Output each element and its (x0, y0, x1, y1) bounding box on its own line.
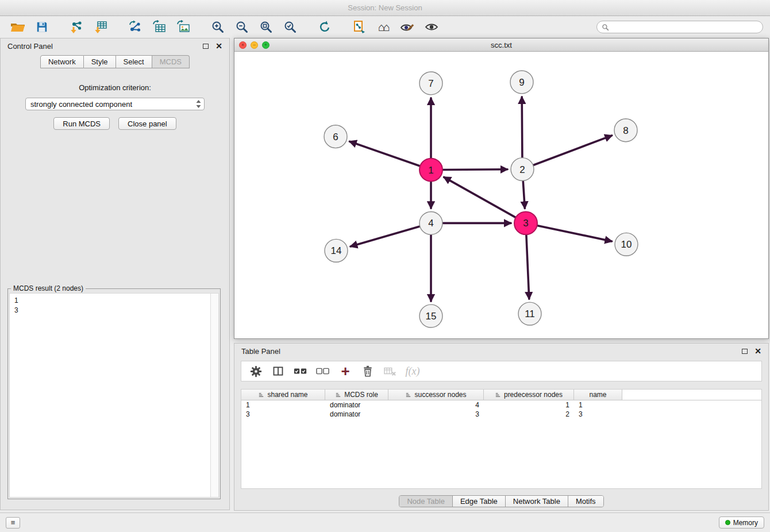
delete-table-button[interactable] (360, 364, 375, 379)
graph-node-9[interactable]: 9 (510, 71, 533, 94)
delete-column-icon (383, 365, 397, 377)
float-panel-icon[interactable] (742, 349, 748, 354)
show-hide-button[interactable] (421, 18, 442, 36)
cell-name[interactable]: 1 (574, 400, 622, 410)
tab-edge-table[interactable]: Edge Table (452, 496, 505, 507)
cell-mcds-role[interactable]: dominator (325, 410, 388, 419)
task-history-button[interactable]: ≡ (6, 517, 20, 529)
import-network-button[interactable] (66, 18, 87, 36)
graph-node-14[interactable]: 14 (325, 239, 348, 262)
refresh-icon (318, 20, 332, 34)
network-file-button[interactable] (348, 18, 370, 36)
graph-edge-3-10[interactable] (538, 226, 612, 241)
graph-node-6[interactable]: 6 (324, 125, 347, 148)
graph-node-11[interactable]: 11 (518, 302, 541, 325)
network-window-titlebar[interactable]: × − + scc.txt (234, 38, 768, 52)
graph-edge-1-6[interactable] (350, 141, 420, 165)
first-neighbors-button[interactable]: ⌂⌂ (372, 18, 394, 36)
tab-node-table[interactable]: Node Table (399, 496, 452, 507)
zoom-out-button[interactable] (231, 18, 253, 36)
graph-node-7[interactable]: 7 (419, 72, 442, 95)
mcds-result-lines: 1 3 (10, 294, 218, 318)
graph-node-10[interactable]: 10 (615, 233, 638, 256)
table-toolbar: + f(x) (241, 361, 762, 381)
tab-style[interactable]: Style (84, 55, 116, 68)
graph-edge-2-9[interactable] (522, 97, 522, 157)
cell-shared-name[interactable]: 1 (241, 400, 325, 410)
paint-style-button[interactable] (396, 18, 418, 36)
save-icon (36, 21, 48, 33)
minimize-window-icon[interactable]: − (251, 41, 258, 49)
open-file-button[interactable] (7, 18, 29, 36)
table-row[interactable]: 3 dominator 3 2 3 (241, 410, 761, 419)
cell-successor-nodes[interactable]: 4 (388, 400, 484, 410)
tab-select[interactable]: Select (116, 55, 152, 68)
zoom-window-icon[interactable]: + (262, 41, 270, 49)
column-header-predecessor-nodes[interactable]: predecessor nodes (484, 390, 574, 400)
graph-node-4[interactable]: 4 (419, 211, 442, 234)
import-table-button[interactable] (90, 18, 111, 36)
menu-icon: ≡ (11, 518, 16, 527)
search-icon (602, 24, 609, 31)
network-graph-svg[interactable]: 7968124314101511 (234, 52, 768, 338)
column-header-mcds-role[interactable]: MCDS role (325, 390, 388, 400)
criterion-dropdown[interactable]: strongly connected component (25, 98, 205, 110)
tab-network[interactable]: Network (40, 55, 84, 68)
zoom-fit-button[interactable] (255, 18, 277, 36)
cell-mcds-role[interactable]: dominator (325, 400, 388, 410)
show-columns-button[interactable] (271, 364, 286, 379)
zoom-out-icon (235, 20, 249, 34)
select-all-button[interactable] (293, 364, 308, 379)
float-panel-icon[interactable] (203, 44, 209, 49)
cell-shared-name[interactable]: 3 (241, 410, 325, 419)
export-image-button[interactable] (172, 18, 194, 36)
memory-button[interactable]: Memory (719, 516, 764, 529)
result-scrollbar[interactable] (210, 294, 218, 497)
graph-node-15[interactable]: 15 (419, 304, 442, 327)
network-canvas[interactable]: 7968124314101511 (234, 52, 768, 338)
graph-node-1[interactable]: 1 (419, 159, 442, 182)
cell-predecessor-nodes[interactable]: 2 (484, 410, 574, 419)
run-mcds-button[interactable]: Run MCDS (53, 117, 110, 130)
graph-node-3[interactable]: 3 (514, 211, 537, 234)
table-row[interactable]: 1 dominator 4 1 1 (241, 400, 761, 410)
export-table-button[interactable] (148, 18, 170, 36)
mcds-result-area[interactable]: 1 3 (9, 293, 219, 498)
export-network-button[interactable] (124, 18, 146, 36)
graph-edge-1-2[interactable] (443, 169, 507, 170)
graph-edge-2-8[interactable] (534, 136, 612, 165)
search-input[interactable] (612, 22, 758, 32)
refresh-view-button[interactable] (314, 18, 336, 36)
svg-text:9: 9 (519, 77, 524, 88)
search-box[interactable] (596, 21, 763, 33)
graph-edge-4-14[interactable] (351, 226, 419, 246)
tab-network-table[interactable]: Network Table (505, 496, 568, 507)
tab-mcds[interactable]: MCDS (152, 55, 190, 68)
deselect-all-button[interactable] (315, 364, 330, 379)
export-table-icon (152, 20, 166, 34)
close-panel-button[interactable]: Close panel (118, 117, 176, 130)
zoom-in-button[interactable] (207, 18, 229, 36)
graph-node-2[interactable]: 2 (511, 158, 534, 181)
cell-name[interactable]: 3 (574, 410, 622, 419)
column-header-successor-nodes[interactable]: successor nodes (388, 390, 484, 400)
network-view-window: × − + scc.txt 7968124314101511 (234, 38, 769, 339)
tab-motifs[interactable]: Motifs (568, 496, 603, 507)
zoom-selected-icon (283, 20, 297, 34)
graph-edge-3-11[interactable] (526, 235, 529, 299)
graph-edge-3-1[interactable] (444, 177, 515, 217)
close-window-icon[interactable]: × (239, 41, 247, 49)
cell-predecessor-nodes[interactable]: 1 (484, 400, 574, 410)
column-header-shared-name[interactable]: shared name (241, 390, 325, 400)
graph-node-8[interactable]: 8 (614, 119, 637, 142)
graph-edge-2-3[interactable] (523, 182, 525, 209)
table-settings-button[interactable] (248, 364, 263, 379)
control-panel: Control Panel ✕ Network Style Select MCD… (0, 38, 230, 510)
column-header-name[interactable]: name (574, 390, 622, 400)
close-panel-icon[interactable]: ✕ (215, 42, 222, 50)
cell-successor-nodes[interactable]: 3 (388, 410, 484, 419)
zoom-selected-button[interactable] (279, 18, 301, 36)
create-column-button[interactable]: + (338, 364, 353, 379)
close-panel-icon[interactable]: ✕ (754, 347, 761, 355)
save-session-button[interactable] (31, 18, 53, 36)
